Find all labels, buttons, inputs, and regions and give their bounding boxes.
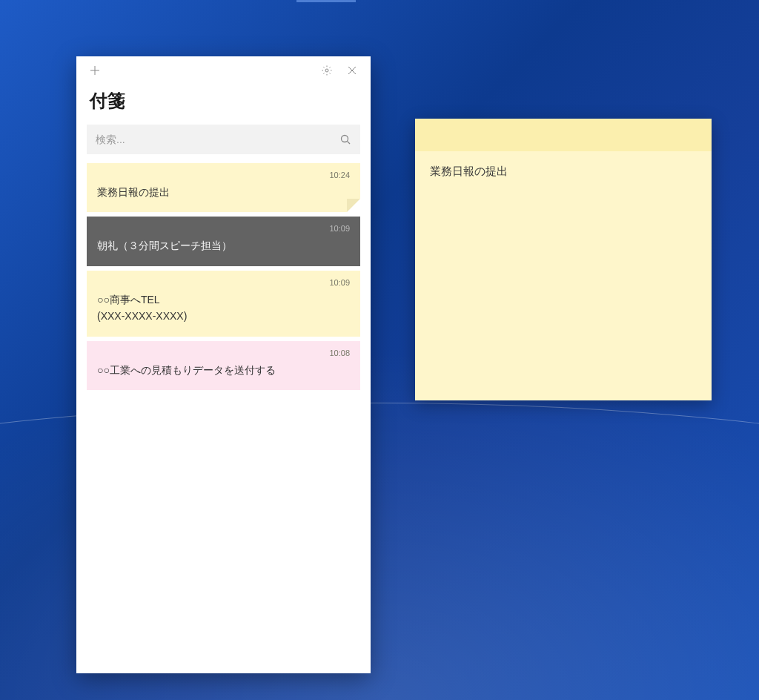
close-button[interactable]	[339, 59, 365, 84]
svg-line-6	[348, 142, 351, 145]
svg-point-5	[342, 136, 348, 142]
sticky-note-window[interactable]: 業務日報の提出	[415, 119, 712, 400]
sticky-note-content[interactable]: 業務日報の提出	[415, 151, 712, 192]
note-text: ○○工業への見積もりデータを送付する	[97, 362, 350, 378]
new-note-button[interactable]	[82, 59, 107, 84]
search-icon	[339, 133, 351, 145]
note-item[interactable]: 10:08 ○○工業への見積もりデータを送付する	[87, 341, 360, 390]
sticky-note-header[interactable]	[415, 119, 712, 151]
note-timestamp: 10:09	[97, 224, 350, 233]
plus-icon	[89, 65, 101, 79]
sticky-notes-list-window: 付箋 10:24 業務日報の提出 10:09 朝礼（３分間スピーチ担当） 10:…	[76, 56, 371, 673]
note-item[interactable]: 10:24 業務日報の提出	[87, 163, 360, 212]
svg-point-2	[325, 69, 328, 72]
note-text: 業務日報の提出	[97, 184, 350, 200]
close-icon	[346, 65, 358, 79]
window-toolbar	[76, 56, 371, 86]
gear-icon	[321, 65, 333, 79]
note-text: 朝礼（３分間スピーチ担当）	[97, 237, 350, 254]
folded-corner-icon	[347, 199, 360, 212]
search-input[interactable]	[96, 133, 339, 145]
app-title: 付箋	[76, 86, 371, 120]
search-bar[interactable]	[87, 125, 360, 154]
note-timestamp: 10:08	[97, 349, 350, 357]
notes-list: 10:24 業務日報の提出 10:09 朝礼（３分間スピーチ担当） 10:09 …	[76, 160, 371, 393]
note-timestamp: 10:24	[97, 171, 350, 179]
note-item[interactable]: 10:09 ○○商事へTEL (XXX-XXXX-XXXX)	[87, 271, 360, 337]
settings-button[interactable]	[314, 59, 339, 84]
note-timestamp: 10:09	[97, 278, 350, 287]
note-text: ○○商事へTEL (XXX-XXXX-XXXX)	[97, 291, 350, 325]
note-item[interactable]: 10:09 朝礼（３分間スピーチ担当）	[87, 217, 360, 265]
